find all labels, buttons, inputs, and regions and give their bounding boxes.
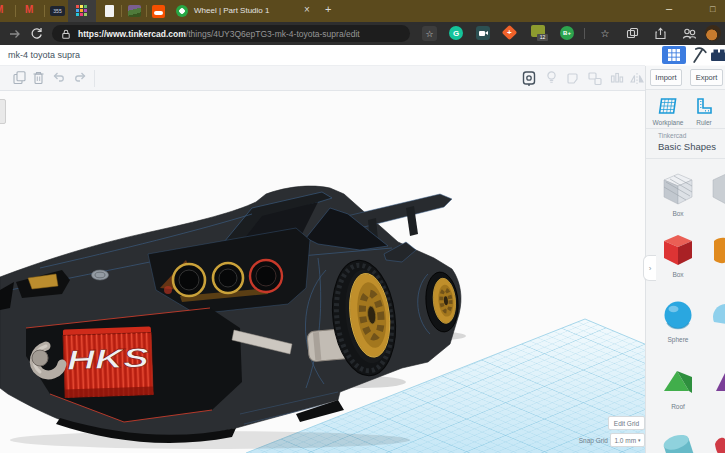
close-icon[interactable]: × [304, 4, 310, 15]
url-host: https://www.tinkercad.com [78, 29, 186, 39]
headlight-rings [173, 260, 282, 296]
snap-grid-label: Snap Grid [572, 437, 608, 444]
hks-intercooler: HKS [63, 326, 153, 397]
window-minimize-button[interactable]: – [666, 2, 672, 14]
box-thumb [658, 231, 698, 267]
shape-item-sphere[interactable]: Sphere [658, 296, 698, 343]
favorites-add-icon[interactable]: ☆ [422, 26, 437, 41]
view-cube-partial[interactable] [0, 99, 6, 124]
cloud-glyph [154, 11, 163, 15]
workplane-tool-icon[interactable] [657, 96, 679, 117]
toolbar-divider [94, 70, 95, 87]
roof-thumb [658, 363, 698, 399]
ruler-tool-label: Ruler [686, 119, 722, 126]
workplane-tool-label: Workplane [646, 119, 690, 126]
hks-logo-text: HKS [66, 343, 149, 376]
profile-switch-icon[interactable] [682, 27, 697, 40]
editor-toolbar [0, 65, 645, 91]
brick-mode-icon[interactable] [710, 46, 725, 64]
grid-icon [662, 46, 686, 64]
calendar-extension-icon[interactable]: 12 [531, 25, 545, 37]
new-tab-button[interactable]: + [325, 3, 331, 15]
shape-category-dropdown[interactable]: Basic Shapes [658, 141, 716, 152]
profile-avatar[interactable] [705, 25, 721, 41]
tab-separator [121, 5, 122, 17]
shapes-sidebar: Import Export Workplane Ruler Tinkercad … [645, 66, 725, 453]
gmail-icon[interactable]: M [0, 4, 7, 18]
shape-item-cylinder[interactable] [658, 430, 698, 453]
shape-item-partial[interactable] [712, 296, 725, 332]
camera-lens [485, 31, 488, 35]
forward-icon[interactable] [8, 28, 21, 40]
shape-label: Box [658, 210, 698, 217]
snap-grid-value: 1.0 mm [614, 437, 636, 444]
mirror-icon[interactable] [629, 71, 645, 86]
import-export-row: Import Export [646, 66, 725, 90]
gmail-icon[interactable]: M [25, 4, 33, 15]
badge-count: 12 [537, 34, 548, 41]
pin-extension-icon[interactable]: + [502, 25, 518, 41]
code-site-icon[interactable]: 355 [50, 6, 65, 16]
collections-icon[interactable] [626, 27, 640, 40]
shape-item-partial[interactable] [712, 363, 725, 399]
box-transparent-thumb [658, 170, 698, 206]
copy-icon[interactable] [12, 70, 27, 86]
tab-separator [15, 5, 16, 17]
toyota-badge [92, 270, 109, 280]
refresh-icon[interactable] [30, 27, 43, 40]
chevron-down-icon: ▾ [638, 437, 641, 443]
3d-viewport[interactable]: HKS [0, 92, 645, 453]
browser-address-bar: https://www.tinkercad.com/things/4UY3Q6e… [0, 22, 725, 45]
shape-label: Sphere [658, 336, 698, 343]
window-restore-button[interactable]: □ [710, 4, 715, 14]
shape-item-partial[interactable] [712, 430, 725, 453]
design-title[interactable]: mk-4 toyota supra [8, 50, 80, 60]
pickaxe-mode-icon[interactable] [689, 46, 708, 64]
delete-icon[interactable] [31, 70, 46, 86]
3d-design-mode-button[interactable] [662, 46, 686, 64]
scene[interactable]: HKS [0, 92, 645, 453]
tinkercad-page: mk-4 toyota supra [0, 45, 725, 453]
editor-header: mk-4 toyota supra [0, 45, 725, 65]
ruler-tool-icon[interactable] [694, 96, 714, 117]
shape-item-partial[interactable] [712, 170, 725, 206]
snap-grid-dropdown[interactable]: 1.0 mm▾ [610, 433, 645, 447]
soundcloud-icon[interactable] [152, 5, 165, 18]
divider [646, 128, 725, 129]
divider [646, 158, 725, 159]
sidebar-collapse-button[interactable]: › [643, 255, 656, 281]
import-button[interactable]: Import [650, 69, 682, 86]
url-field[interactable]: https://www.tinkercad.com/things/4UY3Q6e… [52, 25, 410, 42]
shape-item-roof[interactable]: Roof [658, 363, 698, 410]
shape-item-partial[interactable] [712, 231, 725, 267]
shape-label: Roof [658, 403, 698, 410]
tab-separator [44, 5, 45, 17]
shape-item-box[interactable]: Box [658, 231, 698, 278]
favorites-star-icon[interactable]: ☆ [598, 26, 612, 40]
bplus-extension-icon[interactable]: B+ [560, 26, 574, 40]
camera-extension-icon[interactable] [476, 26, 490, 40]
align-icon[interactable] [609, 71, 625, 86]
ungroup-icon[interactable] [587, 71, 603, 86]
redo-icon[interactable] [72, 71, 87, 85]
url-path: /things/4UY3Q6epTG3-mk-4-toyota-supra/ed… [186, 29, 360, 39]
shape-item-box-transparent[interactable]: Box [658, 170, 698, 217]
grammarly-icon[interactable]: G [449, 26, 463, 40]
edit-grid-button[interactable]: Edit Grid [608, 416, 645, 430]
export-button[interactable]: Export [690, 69, 723, 86]
group-icon[interactable] [565, 71, 581, 86]
tab-wheel-part-studio[interactable]: Wheel | Part Studio 1 × [170, 0, 320, 22]
browser-tab-bar: M M 355 Wheel | Part Studio 1 × + – □ [0, 0, 725, 22]
plus-glyph: + [507, 28, 512, 37]
active-pinned-tab-tinkercad[interactable] [68, 0, 96, 22]
photo-icon[interactable] [128, 5, 141, 17]
share-icon[interactable] [654, 27, 668, 40]
workplane-visibility-icon[interactable] [521, 70, 537, 87]
undo-icon[interactable] [52, 71, 67, 85]
headlight-red-dot [164, 286, 172, 294]
document-icon[interactable] [105, 5, 114, 17]
library-label: Tinkercad [658, 132, 686, 139]
onshape-icon [176, 5, 188, 17]
show-all-icon[interactable] [544, 70, 559, 86]
tinkercad-icon [76, 5, 88, 17]
